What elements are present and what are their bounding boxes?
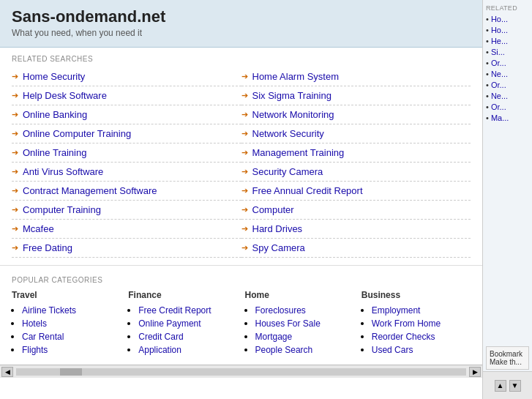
list-item: Credit Card bbox=[138, 331, 237, 342]
list-item: Hotels bbox=[22, 318, 121, 329]
arrow-icon: ➔ bbox=[241, 205, 248, 215]
category-link[interactable]: Application bbox=[138, 345, 181, 355]
arrow-icon: ➔ bbox=[12, 72, 18, 81]
search-links-grid: ➔Home Security➔Help Desk Software➔Online… bbox=[12, 67, 471, 258]
search-link[interactable]: Computer Training bbox=[23, 204, 101, 215]
list-item: Used Cars bbox=[372, 344, 471, 355]
category-link[interactable]: Houses For Sale bbox=[255, 318, 321, 329]
arrow-icon: ➔ bbox=[12, 167, 18, 176]
category-link[interactable]: Used Cars bbox=[372, 345, 413, 355]
arrow-icon: ➔ bbox=[241, 186, 248, 195]
category-link[interactable]: Mortgage bbox=[255, 332, 293, 342]
category-link[interactable]: Online Payment bbox=[138, 318, 201, 329]
search-link[interactable]: Home Security bbox=[23, 71, 85, 82]
search-link[interactable]: Network Security bbox=[252, 128, 324, 139]
scroll-thumb[interactable] bbox=[60, 368, 82, 376]
list-item: Online Payment bbox=[138, 318, 237, 329]
search-links-col2: ➔Home Alarm System➔Six Sigma Training➔Ne… bbox=[241, 67, 471, 258]
search-link-item: ➔Hard Drives bbox=[241, 220, 471, 239]
category-col: HomeForeclosuresHouses For SaleMortgageP… bbox=[245, 290, 354, 357]
search-link[interactable]: Mcafee bbox=[23, 223, 54, 234]
search-link-item: ➔Management Training bbox=[241, 143, 471, 163]
search-link[interactable]: Online Banking bbox=[23, 109, 87, 120]
sidebar-scrollbar[interactable]: ▲ ▼ bbox=[483, 371, 532, 399]
category-link[interactable]: Employment bbox=[372, 305, 421, 316]
scroll-right-btn[interactable]: ▶ bbox=[469, 367, 481, 377]
search-link[interactable]: Spy Camera bbox=[252, 242, 305, 253]
sidebar-link[interactable]: Ne... bbox=[486, 70, 529, 78]
category-title: Home bbox=[245, 290, 354, 300]
search-link-item: ➔Anti Virus Software bbox=[12, 163, 241, 182]
right-sidebar: RELATED Ho...Ho...He...Si...Or...Ne...Or… bbox=[482, 0, 532, 399]
site-tagline: What you need, when you need it bbox=[12, 28, 471, 38]
category-link[interactable]: Flights bbox=[22, 345, 48, 355]
category-link[interactable]: Reorder Checks bbox=[372, 332, 435, 342]
arrow-icon: ➔ bbox=[241, 148, 248, 157]
search-link[interactable]: Contract Management Software bbox=[23, 185, 157, 196]
popular-categories-section: POPULAR CATEGORIES TravelAirline Tickets… bbox=[0, 265, 482, 365]
category-link[interactable]: Credit Card bbox=[138, 332, 183, 342]
search-link-item: ➔Online Training bbox=[12, 143, 241, 163]
scroll-left-btn[interactable]: ◀ bbox=[1, 367, 13, 377]
category-link[interactable]: Hotels bbox=[22, 318, 47, 329]
arrow-icon: ➔ bbox=[241, 91, 248, 100]
list-item: Employment bbox=[372, 305, 471, 316]
sidebar-link[interactable]: Or... bbox=[486, 81, 529, 89]
arrow-icon: ➔ bbox=[241, 243, 248, 253]
sidebar-link[interactable]: Ne... bbox=[486, 92, 529, 100]
sidebar-link[interactable]: Or... bbox=[486, 102, 529, 111]
category-link[interactable]: Foreclosures bbox=[255, 305, 306, 316]
category-col: BusinessEmploymentWork From HomeReorder … bbox=[361, 290, 471, 357]
list-item: Airline Tickets bbox=[22, 305, 121, 316]
search-link-item: ➔Computer Training bbox=[12, 201, 241, 220]
search-link[interactable]: Computer bbox=[252, 204, 294, 215]
search-link-item: ➔Mcafee bbox=[12, 220, 241, 239]
bookmark-box: BookmarkMake th... bbox=[486, 346, 529, 370]
search-link[interactable]: Home Alarm System bbox=[252, 71, 339, 82]
sidebar-link[interactable]: Ho... bbox=[486, 26, 529, 34]
bottom-scrollbar[interactable]: ◀ ▶ bbox=[0, 365, 482, 378]
search-link[interactable]: Network Monitoring bbox=[252, 109, 334, 120]
sidebar-link[interactable]: He... bbox=[486, 37, 529, 45]
list-item: People Search bbox=[255, 344, 354, 355]
category-col: TravelAirline TicketsHotelsCar RentalFli… bbox=[12, 290, 121, 357]
category-link[interactable]: People Search bbox=[255, 345, 313, 355]
bookmark-text: BookmarkMake th... bbox=[490, 350, 522, 366]
search-link[interactable]: Security Camera bbox=[252, 166, 323, 177]
sidebar-link[interactable]: Ho... bbox=[486, 15, 529, 23]
search-link-item: ➔Home Security bbox=[12, 67, 241, 86]
search-link[interactable]: Management Training bbox=[252, 147, 345, 158]
search-link[interactable]: Online Computer Training bbox=[23, 128, 131, 139]
scroll-track bbox=[16, 368, 466, 376]
search-links-col1: ➔Home Security➔Help Desk Software➔Online… bbox=[12, 67, 241, 258]
search-link[interactable]: Anti Virus Software bbox=[23, 166, 103, 177]
search-link-item: ➔Spy Camera bbox=[241, 239, 471, 258]
category-link[interactable]: Work From Home bbox=[372, 318, 441, 329]
search-link-item: ➔Free Dating bbox=[12, 239, 241, 258]
list-item: Houses For Sale bbox=[255, 318, 354, 329]
search-link[interactable]: Free Annual Credit Report bbox=[252, 185, 363, 196]
category-list: Free Credit ReportOnline PaymentCredit C… bbox=[128, 305, 237, 355]
sidebar-link[interactable]: Or... bbox=[486, 59, 529, 67]
sidebar-link[interactable]: Si... bbox=[486, 48, 529, 56]
category-title: Business bbox=[361, 290, 471, 300]
related-searches-section: RELATED SEARCHES ➔Home Security➔Help Des… bbox=[0, 48, 482, 258]
list-item: Free Credit Report bbox=[138, 305, 237, 316]
list-item: Application bbox=[138, 344, 237, 355]
category-link[interactable]: Airline Tickets bbox=[22, 305, 76, 316]
category-link[interactable]: Free Credit Report bbox=[138, 305, 211, 316]
arrow-icon: ➔ bbox=[12, 224, 18, 234]
search-link[interactable]: Help Desk Software bbox=[23, 90, 107, 101]
sidebar-link[interactable]: Ma... bbox=[486, 113, 529, 122]
search-link[interactable]: Free Dating bbox=[23, 242, 72, 253]
search-link[interactable]: Online Training bbox=[23, 147, 86, 158]
arrow-icon: ➔ bbox=[12, 129, 18, 138]
sidebar-scroll-down[interactable]: ▼ bbox=[509, 380, 521, 392]
category-col: FinanceFree Credit ReportOnline PaymentC… bbox=[128, 290, 237, 357]
search-link-item: ➔Security Camera bbox=[241, 163, 471, 182]
header-section: Sans-ondemand.net What you need, when yo… bbox=[0, 0, 482, 48]
search-link[interactable]: Hard Drives bbox=[252, 223, 303, 234]
search-link[interactable]: Six Sigma Training bbox=[252, 90, 331, 101]
category-link[interactable]: Car Rental bbox=[22, 332, 64, 342]
sidebar-scroll-up[interactable]: ▲ bbox=[495, 380, 506, 392]
